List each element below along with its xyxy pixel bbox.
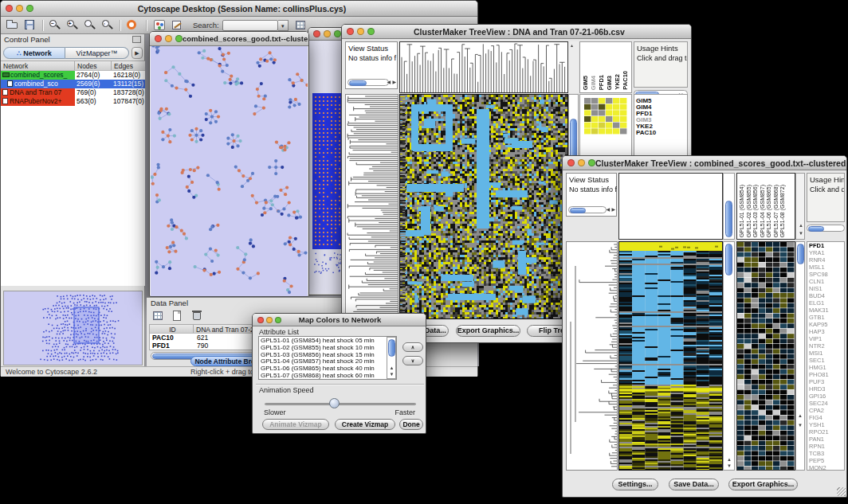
tv1-status-hscrollbar[interactable]	[347, 79, 389, 86]
column-label[interactable]: GIM5	[583, 76, 589, 90]
tv1-column-dendrogram-canvas[interactable]	[400, 42, 567, 92]
move-down-button[interactable]: ∨	[402, 356, 423, 365]
col-header-edges[interactable]: Edges	[112, 61, 145, 70]
tv2-column-dendrogram[interactable]	[618, 173, 723, 240]
attribute-item[interactable]: GPL51-07 (GSM868) heat shock 60 min	[259, 373, 396, 380]
tv1-detail-heatmap-canvas[interactable]	[584, 98, 627, 135]
network-row[interactable]: DNA and Tran 07 769(0) 183728(0)	[1, 88, 145, 97]
scrollbar-thumb[interactable]	[725, 201, 732, 237]
tab-network[interactable]: ∴ Network	[3, 47, 65, 59]
tv2-vscrollbar[interactable]: ▲ ▼	[723, 241, 735, 471]
window-controls[interactable]	[6, 5, 33, 12]
zoom-button[interactable]	[175, 35, 183, 42]
tv1-heatmap[interactable]	[399, 94, 568, 319]
column-label[interactable]: GPL51-04 (GSM857)	[760, 185, 766, 237]
scroll-down-icon[interactable]: ▼	[798, 423, 803, 428]
gene-label[interactable]: GTB1	[807, 314, 844, 321]
network-row[interactable]: combined_scores_ 2764(0) 16218(0)	[1, 71, 145, 80]
new-attribute-icon[interactable]	[170, 309, 184, 322]
column-label[interactable]: GPL51-01 (GSM854)	[739, 185, 745, 237]
minimize-button[interactable]	[266, 317, 273, 323]
gene-label[interactable]: PAC10	[634, 130, 687, 136]
zoom-in-icon[interactable]: +	[65, 18, 80, 32]
column-label[interactable]: GPL51-03 (GSM856)	[752, 185, 759, 237]
minimize-button[interactable]	[16, 5, 23, 12]
scroll-left-icon[interactable]: ◀	[387, 80, 391, 84]
minimize-button[interactable]	[165, 35, 172, 42]
scrollbar-thumb[interactable]	[388, 339, 395, 357]
gene-label[interactable]: RPO21	[807, 428, 844, 436]
speed-slider-thumb[interactable]	[329, 398, 340, 408]
scroll-down-icon[interactable]: ▼	[727, 463, 732, 468]
speed-slider-track[interactable]	[265, 403, 416, 405]
tv2-status-hscrollbar[interactable]	[568, 206, 607, 213]
column-label[interactable]: GPL51-07 (GSM868)	[773, 185, 779, 237]
tv2-row-dendrogram[interactable]	[566, 241, 618, 471]
gene-label[interactable]: PEP5	[807, 457, 844, 464]
gene-label[interactable]: RPN1	[807, 443, 844, 450]
network-row[interactable]: RNAPuberNov2+ 563(0) 107847(0)	[1, 97, 145, 106]
gene-label[interactable]: HAP3	[807, 328, 844, 335]
gene-label[interactable]: SEC24	[807, 400, 844, 407]
scroll-up-icon[interactable]: ▴	[571, 43, 573, 48]
table-select-icon[interactable]	[151, 309, 165, 322]
gene-label[interactable]: YSH1	[807, 421, 844, 428]
gene-label[interactable]: TCB3	[807, 450, 844, 457]
gene-label[interactable]: PHO81	[807, 371, 844, 378]
gene-label[interactable]: NIS1	[807, 285, 844, 292]
tv2-heatmap-canvas[interactable]	[619, 242, 722, 470]
window-controls[interactable]	[347, 28, 375, 35]
gene-label[interactable]: YRA1	[807, 249, 844, 256]
column-label[interactable]: GIM3	[607, 76, 613, 90]
gene-label[interactable]: MSL1	[807, 264, 844, 271]
tv1-row-dendrogram[interactable]	[345, 94, 398, 319]
resize-grip[interactable]	[837, 487, 846, 496]
scrollbar-thumb[interactable]	[797, 244, 804, 264]
network1-title-bar[interactable]: combined_scores_good.txt--cluste...	[150, 32, 308, 46]
scroll-up-icon[interactable]: ▲	[799, 223, 803, 228]
float-panel-icon[interactable]	[132, 36, 141, 43]
close-button[interactable]	[313, 30, 320, 37]
attribute-list-vscrollbar[interactable]: ▲ ▼	[387, 337, 396, 379]
zoom-button[interactable]	[334, 30, 341, 37]
export-graphics-button[interactable]: Export Graphics...	[728, 479, 798, 490]
gene-label[interactable]: SEC1	[807, 357, 844, 364]
help-icon[interactable]	[124, 18, 140, 32]
gene-label[interactable]: MSI1	[807, 350, 844, 357]
column-label[interactable]: GIM4	[591, 76, 597, 90]
save-data-button[interactable]: Save Data...	[669, 479, 719, 490]
gene-label[interactable]: HRD3	[807, 385, 844, 393]
treeview1-title-bar[interactable]: ClusterMaker TreeView : DNA and Tran 07-…	[342, 25, 691, 39]
search-dropdown-arrow[interactable]: ▾	[278, 20, 289, 31]
annotation-icon[interactable]	[170, 18, 186, 32]
column-label[interactable]: YKE2	[614, 74, 621, 90]
close-button[interactable]	[347, 28, 354, 35]
scrollbar-thumb[interactable]	[349, 80, 367, 86]
move-up-button[interactable]: ∧	[402, 342, 423, 352]
search-input[interactable]	[222, 20, 278, 31]
main-title-bar[interactable]: Cytoscape Desktop (Session Name: collins…	[1, 1, 477, 17]
column-label[interactable]: GPL51-06 (GSM865)	[766, 185, 772, 237]
scrollbar-thumb[interactable]	[725, 244, 732, 275]
column-label[interactable]: GPL51-08 (GSM872)	[779, 185, 786, 237]
gene-label[interactable]: VIP1	[807, 335, 844, 342]
column-label[interactable]: GPL51-02 (GSM855)	[746, 185, 752, 237]
dialog-title-bar[interactable]: Map Colors to Network	[253, 314, 426, 326]
minimize-button[interactable]	[324, 30, 331, 37]
birdseye-canvas[interactable]	[4, 291, 142, 365]
scroll-down-icon[interactable]: ▼	[390, 372, 395, 377]
zoom-button[interactable]	[275, 317, 281, 323]
minimize-button[interactable]	[578, 159, 585, 166]
zoom-selected-icon[interactable]: ▫	[100, 18, 116, 32]
network1-canvas-holder[interactable]	[151, 46, 308, 296]
tv2-row-dendrogram-canvas[interactable]	[567, 242, 617, 470]
zoom-out-icon[interactable]: −	[47, 18, 63, 32]
tv2-top-vscrollbar[interactable]	[723, 173, 735, 240]
network-row-selected[interactable]: combined_sco 2569(6) 13112(15)	[1, 80, 145, 88]
scrollbar-thumb[interactable]	[570, 208, 586, 213]
tab-overflow-arrow[interactable]: ▶	[132, 47, 143, 59]
network1-canvas[interactable]	[151, 46, 308, 296]
gene-label[interactable]: FIG4	[807, 414, 844, 421]
window-controls[interactable]	[567, 159, 595, 166]
zoom-button[interactable]	[26, 5, 33, 12]
